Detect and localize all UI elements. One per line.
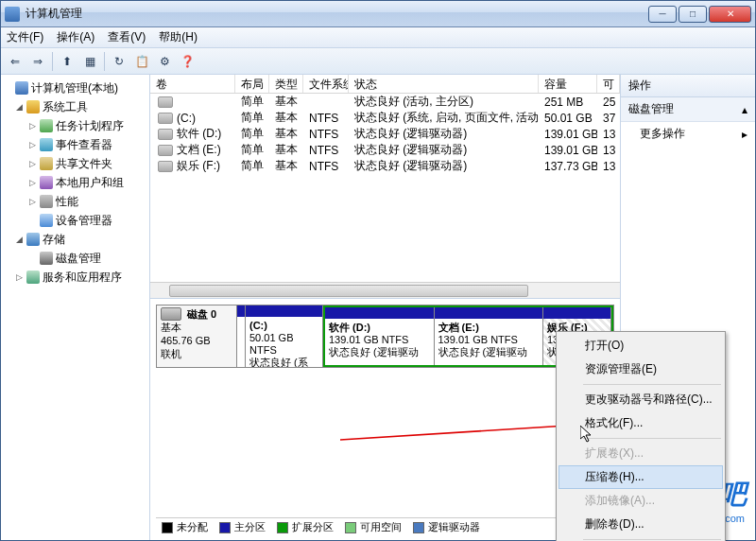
window-title: 计算机管理 bbox=[26, 6, 648, 22]
actions-more[interactable]: 更多操作▸ bbox=[621, 122, 755, 146]
ctx-format[interactable]: 格式化(F)... bbox=[558, 411, 723, 435]
volume-icon bbox=[158, 145, 173, 156]
up-button[interactable]: ⬆ bbox=[57, 51, 77, 72]
col-fs[interactable]: 文件系统 bbox=[303, 75, 349, 93]
disk-size: 465.76 GB bbox=[161, 334, 232, 347]
col-status[interactable]: 状态 bbox=[349, 75, 539, 93]
ctx-shrink[interactable]: 压缩卷(H)... bbox=[558, 465, 723, 489]
disk-drive-icon bbox=[161, 307, 181, 321]
horizontal-scrollbar[interactable] bbox=[150, 282, 620, 298]
col-type[interactable]: 类型 bbox=[269, 75, 303, 93]
user-icon bbox=[40, 176, 53, 189]
tools-icon bbox=[26, 100, 40, 113]
toolbar: ⇐ ⇒ ⬆ ▦ ↻ 📋 ⚙ ❓ bbox=[1, 48, 755, 75]
refresh-button[interactable]: ↻ bbox=[109, 51, 129, 72]
volume-list: 卷 布局 类型 文件系统 状态 容量 可 简单基本状态良好 (活动, 主分区)2… bbox=[150, 75, 620, 299]
ctx-explorer[interactable]: 资源管理器(E) bbox=[558, 358, 723, 381]
settings-button[interactable]: ⚙ bbox=[154, 51, 175, 72]
volume-rows: 简单基本状态良好 (活动, 主分区)251 MB25(C:)简单基本NTFS状态… bbox=[150, 94, 620, 298]
tree-performance[interactable]: 性能 bbox=[56, 193, 78, 210]
export-button[interactable]: 📋 bbox=[131, 51, 152, 72]
context-menu: 打开(O) 资源管理器(E) 更改驱动器号和路径(C)... 格式化(F)...… bbox=[556, 331, 726, 541]
close-button[interactable]: ✕ bbox=[709, 6, 751, 23]
tree-services[interactable]: 服务和应用程序 bbox=[43, 269, 122, 286]
menu-help[interactable]: 帮助(H) bbox=[159, 29, 198, 45]
forward-button[interactable]: ⇒ bbox=[27, 51, 48, 72]
legend-extended: 扩展分区 bbox=[292, 520, 334, 534]
tree-task-scheduler[interactable]: 任务计划程序 bbox=[56, 117, 124, 134]
disk-label: 磁盘 0 bbox=[187, 307, 232, 321]
volume-icon bbox=[158, 113, 173, 124]
actions-header: 操作 bbox=[621, 75, 755, 97]
legend: 未分配 主分区 扩展分区 可用空间 逻辑驱动器 bbox=[156, 517, 614, 536]
show-hide-button[interactable]: ▦ bbox=[79, 51, 100, 72]
chevron-right-icon: ▸ bbox=[742, 128, 747, 141]
app-icon bbox=[5, 7, 20, 22]
services-icon bbox=[26, 270, 40, 284]
legend-free: 可用空间 bbox=[360, 520, 402, 534]
tree-sidebar: 计算机管理(本地) ◢系统工具 ▷任务计划程序 ▷事件查看器 ▷共享文件夹 ▷本… bbox=[1, 75, 150, 540]
tree-local-users[interactable]: 本地用户和组 bbox=[56, 174, 124, 191]
tree-disk-management[interactable]: 磁盘管理 bbox=[56, 250, 101, 267]
ctx-mirror: 添加镜像(A)... bbox=[558, 489, 723, 513]
partition-hidden[interactable] bbox=[237, 305, 246, 367]
perf-icon bbox=[40, 195, 53, 208]
partition-d[interactable]: 软件 (D:)139.01 GB NTFS状态良好 (逻辑驱动 bbox=[325, 307, 435, 365]
scrollbar-thumb[interactable] bbox=[169, 285, 528, 297]
col-layout[interactable]: 布局 bbox=[235, 75, 269, 93]
minimize-button[interactable]: ─ bbox=[648, 6, 677, 23]
col-capacity[interactable]: 容量 bbox=[539, 75, 597, 93]
disk-type: 基本 bbox=[161, 321, 232, 334]
task-icon bbox=[40, 119, 53, 132]
tree-event-viewer[interactable]: 事件查看器 bbox=[56, 136, 112, 153]
ctx-extend: 扩展卷(X)... bbox=[558, 442, 723, 465]
device-icon bbox=[40, 214, 53, 227]
volume-icon bbox=[158, 129, 173, 140]
share-icon bbox=[40, 157, 53, 170]
menu-action[interactable]: 操作(A) bbox=[57, 29, 94, 45]
col-volume[interactable]: 卷 bbox=[150, 75, 235, 93]
menu-view[interactable]: 查看(V) bbox=[108, 29, 146, 45]
disk-icon bbox=[40, 252, 53, 265]
ctx-open[interactable]: 打开(O) bbox=[558, 334, 723, 358]
menu-file[interactable]: 文件(F) bbox=[7, 29, 43, 45]
tree-device-manager[interactable]: 设备管理器 bbox=[56, 212, 112, 229]
volume-header-row: 卷 布局 类型 文件系统 状态 容量 可 bbox=[150, 75, 620, 94]
volume-icon bbox=[158, 96, 173, 108]
tree-system-tools[interactable]: 系统工具 bbox=[43, 98, 88, 115]
menubar: 文件(F) 操作(A) 查看(V) 帮助(H) bbox=[1, 27, 755, 48]
tree-shared-folders[interactable]: 共享文件夹 bbox=[56, 155, 112, 172]
partition-e[interactable]: 文档 (E:)139.01 GB NTFS状态良好 (逻辑驱动 bbox=[435, 307, 544, 365]
back-button[interactable]: ⇐ bbox=[5, 51, 26, 72]
legend-unalloc: 未分配 bbox=[177, 520, 208, 534]
event-icon bbox=[40, 138, 53, 151]
volume-icon bbox=[158, 161, 173, 172]
actions-disk-mgmt[interactable]: 磁盘管理▴ bbox=[621, 97, 755, 122]
col-free[interactable]: 可 bbox=[597, 75, 620, 93]
titlebar: 计算机管理 ─ □ ✕ bbox=[1, 1, 755, 27]
disk-map: 磁盘 0 基本 465.76 GB 联机 (C:)50.01 GB NTFS状态… bbox=[150, 299, 620, 540]
center-panel: 卷 布局 类型 文件系统 状态 容量 可 简单基本状态良好 (活动, 主分区)2… bbox=[150, 75, 621, 540]
computer-icon bbox=[15, 81, 28, 95]
help-button[interactable]: ❓ bbox=[177, 51, 198, 72]
volume-row[interactable]: 娱乐 (F:)简单基本NTFS状态良好 (逻辑驱动器)137.73 GB13 bbox=[150, 158, 620, 174]
ctx-delete[interactable]: 删除卷(D)... bbox=[558, 513, 723, 536]
disk-row: 磁盘 0 基本 465.76 GB 联机 (C:)50.01 GB NTFS状态… bbox=[156, 305, 614, 368]
tree-root[interactable]: 计算机管理(本地) bbox=[31, 79, 118, 96]
storage-icon bbox=[26, 233, 40, 246]
legend-logical: 逻辑驱动器 bbox=[428, 520, 480, 534]
tree-storage[interactable]: 存储 bbox=[43, 231, 65, 248]
partition-c[interactable]: (C:)50.01 GB NTFS状态良好 (系统, 启 bbox=[246, 305, 323, 367]
disk-info[interactable]: 磁盘 0 基本 465.76 GB 联机 bbox=[157, 305, 237, 367]
maximize-button[interactable]: □ bbox=[679, 6, 707, 23]
collapse-icon: ▴ bbox=[742, 103, 747, 116]
disk-status: 联机 bbox=[161, 347, 232, 360]
legend-primary: 主分区 bbox=[234, 520, 266, 534]
ctx-change-letter[interactable]: 更改驱动器号和路径(C)... bbox=[558, 388, 723, 411]
